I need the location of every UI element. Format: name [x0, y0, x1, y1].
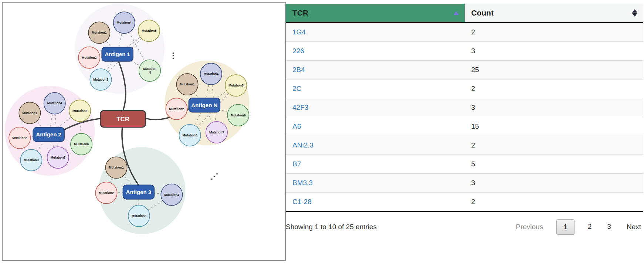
count-cell: 2 — [465, 23, 644, 42]
mutation-label: Mutation4 — [47, 101, 62, 105]
mutation-label: Mutation6 — [231, 113, 246, 117]
table-row: 2B425 — [286, 61, 643, 79]
count-cell: 25 — [465, 61, 644, 79]
table-info: Showing 1 to 10 of 25 entries — [286, 223, 377, 231]
sort-ascending-icon — [454, 11, 459, 15]
mutation-label: Mutation1 — [180, 82, 195, 86]
diagonal-ellipsis — [211, 179, 213, 180]
vertical-ellipsis — [173, 58, 174, 59]
table-row: 1G42 — [286, 23, 643, 42]
tcr-cell: B7 — [286, 155, 465, 174]
antigen-label: Antigen 1 — [105, 51, 130, 57]
count-cell: 3 — [465, 42, 644, 61]
table-row: 2C2 — [286, 79, 643, 98]
tcr-table-body: 1G4222632B4252C242F33A615ANi2.32B75BM3.3… — [286, 23, 643, 211]
table-row: 2263 — [286, 42, 643, 61]
tcr-link[interactable]: C1-28 — [292, 198, 312, 206]
tcr-link[interactable]: 226 — [292, 47, 304, 55]
mutation-label: Mutation2 — [99, 191, 114, 195]
count-cell: 5 — [465, 155, 644, 174]
mutation-label: Mutation3 — [183, 133, 198, 137]
mutation-label: Mutation3 — [24, 158, 39, 162]
antigen-label: Antigen 2 — [36, 131, 61, 138]
vertical-ellipsis — [173, 55, 174, 57]
mutation-label: Mutation4 — [164, 193, 179, 197]
table-header-row: TCR Count — [286, 4, 643, 23]
tcr-label: TCR — [116, 116, 129, 123]
mutation-label: Mutation2 — [169, 107, 184, 111]
tcr-cell: 42F3 — [286, 98, 465, 117]
count-cell: 3 — [465, 98, 644, 117]
data-table: TCR Count 1G4222632B4252C242F33A615ANi2.… — [286, 4, 643, 212]
mutation-label: Mutation5 — [142, 29, 157, 33]
table-footer: Showing 1 to 10 of 25 entries Previous 1… — [286, 219, 643, 235]
diagonal-ellipsis — [214, 176, 215, 177]
mutation-label: Mutation5 — [228, 84, 244, 87]
tcr-count-table: TCR Count 1G4222632B4252C242F33A615ANi2.… — [286, 4, 643, 235]
mutation-label: Mutation4 — [117, 21, 132, 24]
mutation-label: Mutation7 — [209, 130, 224, 134]
tcr-link[interactable]: 1G4 — [292, 28, 306, 36]
mutation-label: Mutation1 — [109, 166, 124, 169]
count-cell: 3 — [465, 174, 644, 193]
next-page-button[interactable]: Next — [624, 220, 643, 234]
mutation-label: Mutation2 — [82, 56, 97, 60]
diagonal-ellipsis — [216, 173, 218, 175]
mutation-label: Mutation4 — [204, 72, 219, 76]
tcr-cell: C1-28 — [286, 193, 465, 212]
column-header-tcr[interactable]: TCR — [286, 4, 465, 23]
vertical-ellipsis — [173, 52, 174, 54]
count-cell: 15 — [465, 117, 644, 136]
pagination: Previous 123 Next — [513, 219, 643, 235]
tcr-cell: 2B4 — [286, 61, 465, 79]
count-cell: 2 — [465, 79, 644, 98]
table-row: B75 — [286, 155, 643, 174]
mutation-label: Mutation3 — [93, 78, 108, 81]
column-header-count[interactable]: Count — [465, 4, 644, 23]
tcr-cell: BM3.3 — [286, 174, 465, 193]
page-number-buttons: 123 — [545, 219, 613, 235]
antigen-map: Mutation1Mutation4Mutation5Mutation2Muta… — [3, 3, 285, 260]
count-cell: 2 — [465, 136, 644, 155]
tcr-link[interactable]: ANi2.3 — [292, 141, 313, 149]
page-button-1[interactable]: 1 — [556, 219, 574, 235]
tcr-cell: ANi2.3 — [286, 136, 465, 155]
mutation-label: Mutation3 — [132, 214, 147, 218]
table-row: C1-282 — [286, 193, 643, 212]
count-cell: 2 — [465, 193, 644, 212]
sort-both-icon — [632, 9, 637, 17]
page-button-3[interactable]: 3 — [605, 219, 613, 235]
table-row: A615 — [286, 117, 643, 136]
mutation-label: Mutation5 — [72, 109, 88, 113]
tcr-cell: A6 — [286, 117, 465, 136]
column-header-count-label: Count — [471, 9, 494, 17]
tcr-link[interactable]: B7 — [292, 160, 301, 168]
mutation-label: Mutation6 — [74, 142, 89, 146]
tcr-cell: 2C — [286, 79, 465, 98]
tcr-link[interactable]: 2B4 — [292, 66, 305, 74]
antigen-label: Antigen N — [191, 102, 217, 108]
mutation-label: Mutation7 — [51, 156, 66, 159]
tcr-cell: 226 — [286, 42, 465, 61]
tcr-cell: 1G4 — [286, 23, 465, 42]
table-row: ANi2.32 — [286, 136, 643, 155]
mutation-label: Mutation1 — [92, 31, 107, 34]
table-row: BM3.33 — [286, 174, 643, 193]
mutation-label: Mutation1 — [22, 111, 37, 115]
tcr-link[interactable]: BM3.3 — [292, 179, 313, 187]
diagram-panel: Mutation1Mutation4Mutation5Mutation2Muta… — [2, 2, 286, 261]
table-row: 42F33 — [286, 98, 643, 117]
mutation-label: Mutation2 — [12, 136, 27, 140]
tcr-link[interactable]: A6 — [292, 122, 301, 130]
tcr-link[interactable]: 2C — [292, 85, 301, 92]
antigen-label: Antigen 3 — [126, 189, 152, 195]
previous-page-button[interactable]: Previous — [513, 220, 545, 234]
column-header-tcr-label: TCR — [292, 9, 308, 17]
page-button-2[interactable]: 2 — [586, 219, 594, 235]
tcr-link[interactable]: 42F3 — [292, 104, 308, 111]
